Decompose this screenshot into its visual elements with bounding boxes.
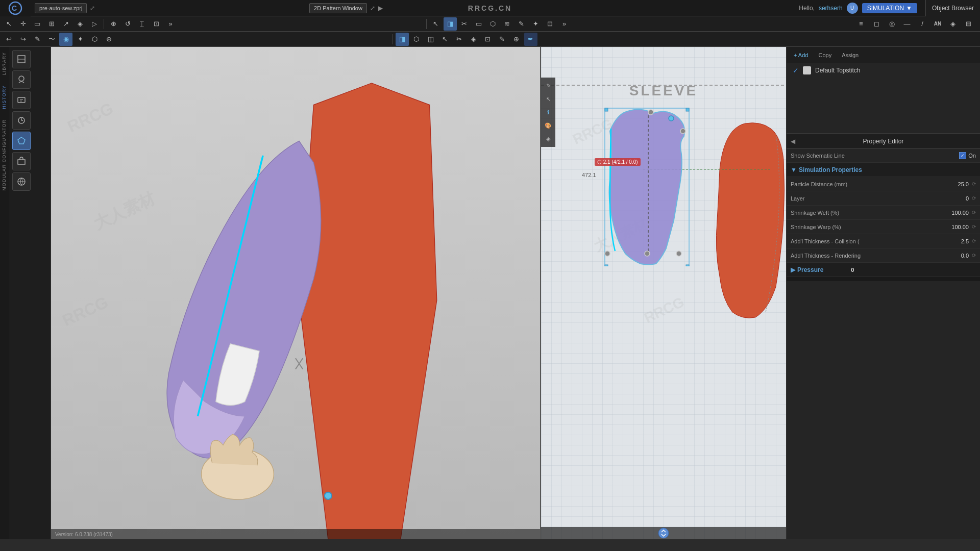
copy-button[interactable]: Copy: [815, 51, 835, 59]
obj-view-icon[interactable]: ◎: [885, 17, 898, 31]
property-editor-title: Property Editor: [863, 138, 903, 145]
side-icon-2[interactable]: [12, 70, 31, 89]
snap-tool[interactable]: ↗: [59, 17, 72, 31]
particle-distance-reset[interactable]: ⟳: [972, 181, 976, 187]
layer-value[interactable]: 0: [938, 195, 969, 202]
object-browser-item[interactable]: ✓ Default Topstitch: [787, 63, 980, 78]
2d-tool-2[interactable]: ↖: [542, 93, 554, 105]
nav-right-icon[interactable]: ▶: [378, 5, 383, 12]
pattern-3[interactable]: ◫: [424, 33, 437, 46]
expand-viewport-icon[interactable]: ⤢: [90, 5, 95, 12]
measure-tool[interactable]: ⌶: [135, 17, 149, 31]
side-icon-4[interactable]: [12, 111, 31, 130]
rect-select-tool[interactable]: ▭: [31, 17, 44, 31]
point-tool[interactable]: ◉: [59, 33, 72, 46]
pattern-9[interactable]: ⊕: [510, 33, 523, 46]
layer-tool[interactable]: ⊕: [102, 33, 115, 46]
rotate-tool[interactable]: ↺: [121, 17, 134, 31]
collapse-button[interactable]: ◀: [791, 138, 795, 145]
thickness-collision-value[interactable]: 2.5: [938, 238, 969, 244]
pattern2d-tab[interactable]: 2D Pattern Window: [309, 3, 367, 13]
side-icon-world[interactable]: [12, 172, 31, 191]
main-content: LIBRARY HISTORY MODULAR CONFIGURATOR: [0, 47, 980, 539]
viewport-tab[interactable]: pre-auto-sew.zprj: [35, 3, 87, 13]
schematic-checkbox[interactable]: ✓ On: [959, 152, 976, 159]
animation-icon[interactable]: AN: [931, 17, 944, 31]
sleeve-pattern-svg[interactable]: [556, 98, 715, 266]
assign-button[interactable]: Assign: [839, 51, 862, 59]
edit-tool[interactable]: ✎: [31, 33, 44, 46]
panel-icon[interactable]: ⊟: [962, 17, 975, 31]
pin-tool[interactable]: ◈: [74, 17, 87, 31]
list-view-icon[interactable]: ≡: [854, 17, 868, 31]
grid-tool[interactable]: ⊡: [150, 17, 163, 31]
app-logo: C: [0, 0, 31, 16]
pattern-pen[interactable]: ✒: [524, 33, 537, 46]
expand-pattern-icon[interactable]: ⤢: [370, 5, 375, 12]
pattern-select[interactable]: ↖: [429, 17, 443, 31]
curve-tool[interactable]: 〜: [45, 33, 58, 46]
shrinkage-warp-reset[interactable]: ⟳: [972, 224, 976, 230]
pattern-rect[interactable]: ▭: [472, 17, 485, 31]
svg-rect-10: [18, 160, 25, 164]
sim-tool[interactable]: ▷: [88, 17, 101, 31]
add-button[interactable]: + Add: [791, 51, 811, 59]
pattern-active[interactable]: ◨: [396, 33, 409, 46]
bottom-nav-icon[interactable]: [657, 527, 670, 539]
dashed-border-line: [541, 78, 786, 93]
user-avatar[interactable]: U: [847, 3, 858, 14]
2d-tool-5[interactable]: ◈: [542, 133, 554, 145]
2d-tool-info[interactable]: ℹ: [542, 106, 554, 118]
pattern-6[interactable]: ◈: [467, 33, 480, 46]
pattern-8[interactable]: ✎: [496, 33, 509, 46]
2d-tool-color[interactable]: 🎨: [542, 119, 554, 132]
pressure-section-header[interactable]: ▶ Pressure 0: [787, 263, 980, 277]
svg-point-26: [676, 251, 681, 256]
pattern-draw[interactable]: ◨: [444, 17, 457, 31]
hex-tool[interactable]: ⬡: [88, 33, 101, 46]
object-browser-toolbar: + Add Copy Assign: [787, 47, 980, 63]
pattern-4[interactable]: ↖: [438, 33, 452, 46]
simulation-mode-button[interactable]: SIMULATION ▼: [862, 3, 917, 13]
pattern-7[interactable]: ⊡: [481, 33, 495, 46]
forward-tool[interactable]: ↪: [16, 33, 30, 46]
side-icon-3[interactable]: [12, 91, 31, 109]
side-icon-5[interactable]: [12, 152, 31, 170]
zoom-tool[interactable]: ⊕: [107, 17, 120, 31]
move-tool[interactable]: ⊞: [45, 17, 58, 31]
history-tab[interactable]: HISTORY: [0, 80, 10, 114]
layer-reset[interactable]: ⟳: [972, 195, 976, 201]
star-tool[interactable]: ✦: [74, 33, 87, 46]
grid-view-icon[interactable]: ◻: [870, 17, 883, 31]
pattern-cut[interactable]: ✂: [458, 17, 471, 31]
side-icon-active[interactable]: [12, 132, 31, 150]
simulation-properties-header[interactable]: ▼ Simulation Properties: [787, 163, 980, 177]
settings-icon[interactable]: ◈: [946, 17, 960, 31]
thickness-rendering-reset[interactable]: ⟳: [972, 253, 976, 258]
undo-tool[interactable]: ↩: [2, 33, 15, 46]
angle-icon[interactable]: /: [916, 17, 929, 31]
particle-distance-value[interactable]: 25.0: [938, 181, 969, 187]
2d-tool-1[interactable]: ✎: [542, 80, 554, 92]
scrollbar-area[interactable]: [787, 277, 980, 281]
select-tool[interactable]: ↖: [2, 17, 15, 31]
modular-tab[interactable]: MODULAR CONFIGURATOR: [0, 114, 10, 196]
pattern-trace[interactable]: ≋: [501, 17, 514, 31]
shrinkage-weft-reset[interactable]: ⟳: [972, 210, 976, 215]
pattern-5[interactable]: ✂: [453, 33, 466, 46]
side-icon-1[interactable]: [12, 50, 31, 68]
thickness-rendering-value[interactable]: 0.0: [938, 253, 969, 259]
thickness-collision-reset[interactable]: ⟳: [972, 238, 976, 244]
pattern-2[interactable]: ⬡: [410, 33, 423, 46]
shrinkage-weft-value[interactable]: 100.00: [938, 210, 969, 216]
more-tools[interactable]: »: [164, 17, 177, 31]
pattern-shape[interactable]: ⬡: [486, 17, 500, 31]
side-tabs: LIBRARY HISTORY MODULAR CONFIGURATOR: [0, 47, 10, 539]
transform-tool[interactable]: ✛: [16, 17, 30, 31]
library-tab[interactable]: LIBRARY: [0, 47, 10, 80]
pattern-more[interactable]: »: [558, 17, 571, 31]
pattern-edit[interactable]: ✎: [515, 17, 528, 31]
shrinkage-warp-value[interactable]: 100.00: [938, 224, 969, 230]
pattern-sew[interactable]: ✦: [529, 17, 543, 31]
pattern-measure[interactable]: ⊡: [544, 17, 557, 31]
